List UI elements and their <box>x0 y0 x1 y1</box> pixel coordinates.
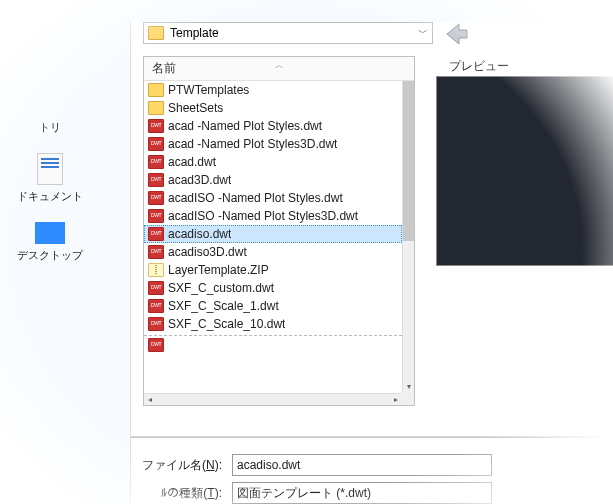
scroll-thumb[interactable] <box>403 81 414 241</box>
dwt-icon <box>148 317 164 331</box>
list-item-truncated <box>144 335 402 353</box>
list-item[interactable]: SXF_C_custom.dwt <box>144 279 402 297</box>
places-panel: トリ ドキュメント デスクトップ <box>10 120 90 281</box>
file-name: acadISO -Named Plot Styles3D.dwt <box>168 209 358 223</box>
list-item[interactable]: LayerTemplate.ZIP <box>144 261 402 279</box>
column-header-name[interactable]: 名前 ︿ <box>144 57 414 81</box>
zip-icon <box>148 263 164 277</box>
list-item[interactable]: PTWTemplates <box>144 81 402 99</box>
file-name: acadISO -Named Plot Styles.dwt <box>168 191 343 205</box>
file-name: SXF_C_custom.dwt <box>168 281 274 295</box>
file-name: SXF_C_Scale_1.dwt <box>168 299 279 313</box>
scroll-down-icon[interactable]: ▾ <box>403 381 414 393</box>
file-name: SheetSets <box>168 101 223 115</box>
dwt-icon <box>148 299 164 313</box>
file-name: acad -Named Plot Styles3D.dwt <box>168 137 337 151</box>
file-list[interactable]: PTWTemplatesSheetSetsacad -Named Plot St… <box>144 81 402 393</box>
list-item[interactable]: SXF_C_Scale_10.dwt <box>144 315 402 333</box>
place-desktop[interactable]: デスクトップ <box>10 222 90 263</box>
list-item[interactable]: acadiso3D.dwt <box>144 243 402 261</box>
list-item[interactable]: acad.dwt <box>144 153 402 171</box>
list-item[interactable]: acad -Named Plot Styles3D.dwt <box>144 135 402 153</box>
filetype-label: ﾙの種類(T): <box>137 485 232 502</box>
dwt-icon <box>148 227 164 241</box>
folder-icon <box>148 83 164 97</box>
scroll-left-icon[interactable]: ◂ <box>144 394 156 406</box>
filename-label: ファイル名(N): <box>137 457 232 474</box>
dwt-icon <box>148 191 164 205</box>
file-dialog: Template ﹀ 名前 ︿ PTWTemplatesSheetSetsaca… <box>130 22 613 504</box>
preview-label: プレビュー <box>449 58 509 75</box>
place-documents[interactable]: ドキュメント <box>10 153 90 204</box>
vertical-scrollbar[interactable]: ▾ <box>402 81 414 393</box>
file-name: acad -Named Plot Styles.dwt <box>168 119 322 133</box>
file-list-box: 名前 ︿ PTWTemplatesSheetSetsacad -Named Pl… <box>143 56 415 406</box>
list-item[interactable]: acad -Named Plot Styles.dwt <box>144 117 402 135</box>
dwt-icon <box>148 137 164 151</box>
dwt-icon <box>148 173 164 187</box>
file-name: PTWTemplates <box>168 83 249 97</box>
file-name: acad3D.dwt <box>168 173 231 187</box>
document-icon <box>37 153 63 185</box>
list-item[interactable]: acad3D.dwt <box>144 171 402 189</box>
horizontal-scrollbar[interactable]: ◂ ▸ <box>144 393 402 405</box>
dwt-icon <box>148 281 164 295</box>
list-item[interactable]: acadISO -Named Plot Styles.dwt <box>144 189 402 207</box>
path-text: Template <box>170 26 219 40</box>
file-name: acadiso3D.dwt <box>168 245 247 259</box>
filename-input[interactable] <box>232 454 492 476</box>
list-item[interactable]: acadISO -Named Plot Styles3D.dwt <box>144 207 402 225</box>
back-button[interactable] <box>443 20 471 48</box>
separator <box>131 436 613 438</box>
filetype-select[interactable]: 図面テンプレート (*.dwt) <box>232 482 492 504</box>
folder-icon <box>148 26 164 40</box>
list-item[interactable]: acadiso.dwt <box>144 225 402 243</box>
preview-pane <box>436 76 613 266</box>
sort-indicator-icon: ︿ <box>275 59 284 72</box>
dwt-icon <box>148 245 164 259</box>
filename-row: ファイル名(N): <box>137 454 492 476</box>
dwt-icon <box>148 209 164 223</box>
place-history-partial[interactable]: トリ <box>10 120 90 135</box>
folder-icon <box>148 101 164 115</box>
filetype-row: ﾙの種類(T): 図面テンプレート (*.dwt) <box>137 482 492 504</box>
dwt-icon <box>148 119 164 133</box>
dwt-icon <box>148 155 164 169</box>
chevron-down-icon: ﹀ <box>418 26 428 40</box>
dwt-icon <box>148 338 164 352</box>
file-name: LayerTemplate.ZIP <box>168 263 269 277</box>
list-item[interactable]: SheetSets <box>144 99 402 117</box>
file-name: SXF_C_Scale_10.dwt <box>168 317 285 331</box>
file-name: acadiso.dwt <box>168 227 231 241</box>
file-name: acad.dwt <box>168 155 216 169</box>
scroll-right-icon[interactable]: ▸ <box>390 394 402 406</box>
desktop-icon <box>35 222 65 244</box>
path-dropdown[interactable]: Template ﹀ <box>143 22 433 44</box>
list-item[interactable]: SXF_C_Scale_1.dwt <box>144 297 402 315</box>
